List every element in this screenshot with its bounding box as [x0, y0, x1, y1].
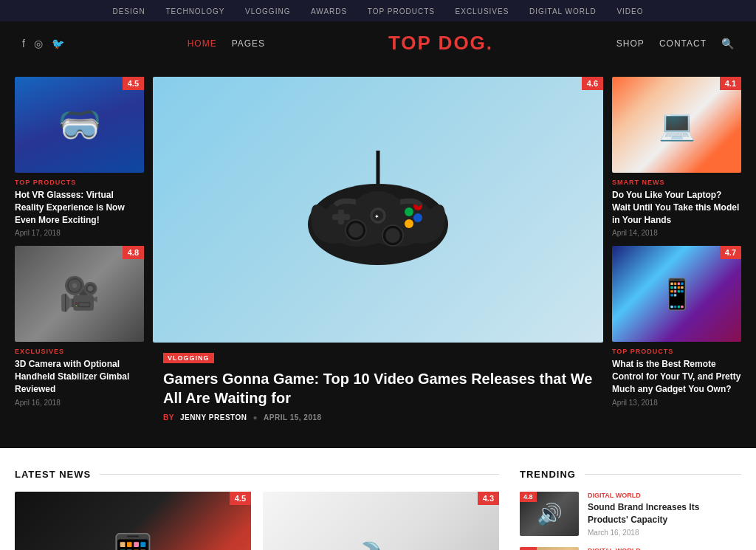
trending-item-2[interactable]: 4.5 🎧 Digital World Should Your Kids Be …	[520, 547, 741, 550]
feature-date: April 15, 2018	[264, 413, 322, 422]
nav-shop[interactable]: Shop	[616, 38, 645, 49]
hero-feature[interactable]: ✦ 4.6 Vlogging Gamers Gonna Game: Top 10…	[153, 77, 603, 433]
top-navigation: Design Technology Vlogging Awards Top Pr…	[0, 0, 756, 21]
hero-right-card-2[interactable]: 📱 4.7 Top Products What is the Best Remo…	[612, 246, 741, 406]
trending-cat-1: Digital World	[588, 492, 741, 499]
topnav-awards[interactable]: Awards	[311, 7, 347, 16]
feature-author: Jenny Preston	[180, 413, 247, 422]
card-date-1: April 17, 2018	[15, 229, 144, 237]
nav-contact[interactable]: Contact	[659, 38, 707, 49]
trending-item-1[interactable]: 4.8 🔊 Digital World Sound Brand Increase…	[520, 492, 741, 537]
topnav-exclusives[interactable]: Exclusives	[456, 7, 509, 16]
site-header: f ◎ 🐦 Home Pages TOP DOG. Shop Contact 🔍	[0, 21, 756, 65]
trending-info-1: Digital World Sound Brand Increases Its …	[588, 492, 741, 537]
hero-left-column: 🥽 4.5 Top Products Hot VR Glasses: Virtu…	[15, 77, 144, 433]
card-category-1: Top Products	[15, 179, 144, 186]
twitter-link[interactable]: 🐦	[52, 38, 64, 49]
card-badge-2: 4.8	[123, 246, 144, 259]
svg-point-9	[413, 213, 422, 222]
card-badge-1: 4.5	[123, 77, 144, 90]
trending-info-2: Digital World Should Your Kids Be Allowe…	[588, 547, 741, 550]
feature-author-label: By	[163, 413, 174, 422]
trending-section: Trending 4.8 🔊 Digital World Sound Brand…	[520, 469, 741, 550]
right-badge-2: 4.7	[720, 246, 741, 259]
nav-home[interactable]: Home	[188, 38, 217, 49]
controller-illustration: ✦	[297, 143, 459, 276]
facebook-link[interactable]: f	[22, 38, 25, 49]
topnav-top-products[interactable]: Top Products	[368, 7, 435, 16]
svg-rect-6	[332, 214, 350, 220]
instagram-link[interactable]: ◎	[34, 38, 43, 49]
trending-thumb-1: 4.8 🔊	[520, 492, 579, 536]
right-date-1: April 14, 2018	[612, 229, 741, 237]
topnav-design[interactable]: Design	[112, 7, 145, 16]
svg-point-7	[405, 207, 413, 216]
card-category-2: Exclusives	[15, 348, 144, 355]
social-links: f ◎ 🐦	[22, 38, 64, 49]
trending-title-1: Sound Brand Increases Its Products' Capa…	[588, 501, 741, 526]
trending-date-1: March 16, 2018	[588, 529, 741, 537]
logo-text: TOP DOG	[388, 32, 487, 54]
topnav-vlogging[interactable]: Vlogging	[245, 7, 290, 16]
nav-pages[interactable]: Pages	[232, 38, 265, 49]
logo-dot: .	[487, 32, 493, 54]
latest-news-grid: 📱 4.5 🔧 4.3	[15, 492, 499, 550]
hero-left-card-2[interactable]: 🎥 4.8 Exclusives 3D Camera with Optional…	[15, 246, 144, 406]
latest-news-title: Latest News	[15, 469, 499, 480]
trending-thumb-2: 4.5 🎧	[520, 547, 579, 550]
svg-point-2	[348, 223, 363, 238]
feature-category: Vlogging	[163, 353, 214, 363]
right-date-2: April 13, 2018	[612, 399, 741, 407]
feature-meta: By Jenny Preston ● April 15, 2018	[163, 413, 593, 422]
latest-card-1[interactable]: 📱 4.5	[15, 492, 251, 550]
right-category-2: Top Products	[612, 348, 741, 355]
site-logo[interactable]: TOP DOG.	[388, 32, 493, 55]
main-nav-left: Home Pages	[188, 38, 265, 49]
right-title-1: Do You Like Your Laptop? Wait Until You …	[612, 189, 741, 226]
right-title-2: What is the Best Remote Control for Your…	[612, 358, 741, 395]
feature-dot: ●	[253, 413, 258, 422]
latest-badge-1: 4.5	[230, 492, 251, 505]
feature-badge: 4.6	[582, 77, 603, 90]
hero-section: 🥽 4.5 Top Products Hot VR Glasses: Virtu…	[0, 65, 756, 448]
right-badge-1: 4.1	[720, 77, 741, 90]
hero-left-card-1[interactable]: 🥽 4.5 Top Products Hot VR Glasses: Virtu…	[15, 77, 144, 237]
svg-text:✦: ✦	[374, 213, 379, 220]
trending-badge-1: 4.8	[520, 492, 537, 502]
main-nav-right: Shop Contact 🔍	[616, 38, 734, 49]
trending-cat-2: Digital World	[588, 547, 741, 550]
trending-title: Trending	[520, 469, 741, 480]
svg-point-4	[385, 228, 400, 243]
right-category-1: Smart News	[612, 179, 741, 186]
svg-point-10	[405, 219, 413, 228]
hero-right-column: 💻 4.1 Smart News Do You Like Your Laptop…	[612, 77, 741, 433]
search-icon[interactable]: 🔍	[721, 38, 734, 49]
topnav-video[interactable]: Video	[616, 7, 643, 16]
latest-card-2[interactable]: 🔧 4.3	[263, 492, 499, 550]
topnav-technology[interactable]: Technology	[165, 7, 224, 16]
card-title-2: 3D Camera with Optional Handheld Stabili…	[15, 358, 144, 395]
trending-badge-2: 4.5	[520, 547, 537, 550]
main-content: Latest News 📱 4.5 🔧 4.3 Trending 4.	[0, 448, 756, 550]
hero-right-card-1[interactable]: 💻 4.1 Smart News Do You Like Your Laptop…	[612, 77, 741, 237]
latest-badge-2: 4.3	[478, 492, 499, 505]
card-title-1: Hot VR Glasses: Virtual Reality Experien…	[15, 189, 144, 226]
card-date-2: April 16, 2018	[15, 399, 144, 407]
feature-title: Gamers Gonna Game: Top 10 Video Games Re…	[163, 369, 593, 408]
topnav-digital-world[interactable]: Digital World	[529, 7, 597, 16]
latest-news-section: Latest News 📱 4.5 🔧 4.3	[15, 469, 499, 550]
